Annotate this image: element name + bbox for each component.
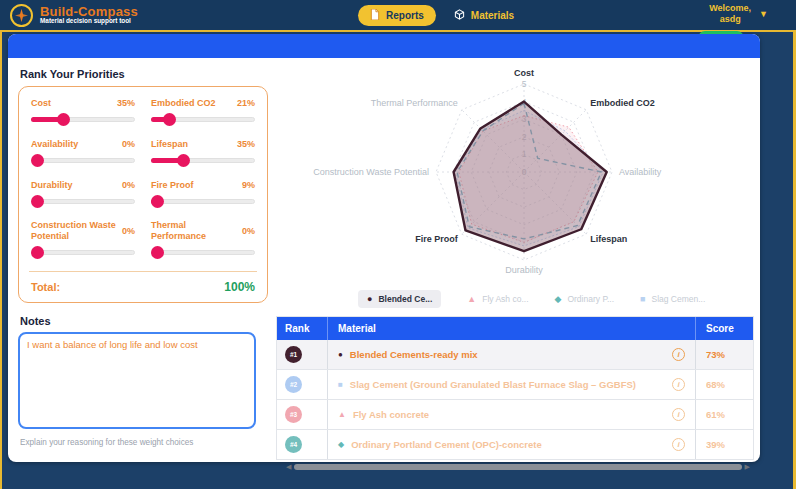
thermal-performance-slider[interactable] [151, 246, 255, 259]
square-marker-icon: ■ [640, 295, 645, 304]
divider [29, 271, 257, 272]
square-marker-icon: ■ [338, 380, 343, 389]
material-name: Blended Cements-ready mix [350, 349, 665, 360]
circle-marker-icon: ● [338, 350, 343, 359]
svg-text:Construction Waste Potential: Construction Waste Potential [313, 167, 429, 177]
svg-text:Thermal Performance: Thermal Performance [371, 98, 458, 108]
durability-slider[interactable] [31, 195, 135, 208]
triangle-marker-icon: ▲ [338, 410, 346, 419]
app-subtitle: Material decision support tool [40, 18, 138, 25]
triangle-marker-icon: ▲ [467, 295, 476, 304]
svg-text:Fire Proof: Fire Proof [415, 234, 459, 244]
availability-slider[interactable] [31, 154, 135, 167]
notes-title: Notes [20, 315, 268, 327]
table-row[interactable]: #3 ▲ Fly Ash concrete i 61% [277, 399, 753, 429]
content-card: Rank Your Priorities Cost35% Embodied CO… [8, 34, 760, 462]
material-name: Fly Ash concrete [353, 409, 665, 420]
rank-badge: #3 [285, 406, 302, 423]
ranking-table: Rank Material Score #1 ● Blended Cements… [276, 316, 754, 460]
scroll-right-icon[interactable]: ▶ [745, 463, 750, 470]
svg-text:Embodied CO2: Embodied CO2 [590, 98, 655, 108]
slider-thumb[interactable] [31, 195, 44, 208]
info-icon[interactable]: i [672, 378, 685, 391]
horizontal-scrollbar[interactable]: ◀ ▶ [276, 460, 754, 470]
slider-availability: Availability0% [31, 138, 135, 167]
svg-text:Cost: Cost [514, 68, 534, 78]
legend-item-slag[interactable]: ■ Slag Cemen... [640, 294, 705, 304]
material-name: Slag Cement (Ground Granulated Blast Fur… [350, 379, 665, 390]
fire-proof-slider[interactable] [151, 195, 255, 208]
slider-thumb[interactable] [177, 154, 190, 167]
scrollbar-thumb[interactable] [294, 464, 741, 470]
score-value: 61% [706, 409, 725, 420]
score-value: 73% [706, 349, 725, 360]
slider-construction-waste: Construction Waste Potential0% [31, 220, 135, 259]
table-row[interactable]: #1 ● Blended Cements-ready mix i 73% [277, 340, 753, 369]
user-menu[interactable]: Welcome,asdg ▼ [709, 3, 768, 26]
slider-thermal-performance: Thermal Performance0% [151, 220, 255, 259]
construction-waste-slider[interactable] [31, 246, 135, 259]
table-row[interactable]: #4 ◆ Ordinary Portland Cement (OPC)-conc… [277, 429, 753, 459]
slider-thumb[interactable] [151, 195, 164, 208]
info-icon[interactable]: i [672, 348, 685, 361]
svg-text:5: 5 [522, 79, 527, 89]
svg-text:Lifespan: Lifespan [590, 234, 627, 244]
cost-slider[interactable] [31, 113, 135, 126]
diamond-marker-icon: ◆ [555, 295, 562, 304]
table-header: Rank Material Score [277, 317, 753, 340]
material-name: Ordinary Portland Cement (OPC)-concrete [351, 439, 665, 450]
materials-nav-item[interactable]: Materials [454, 9, 514, 22]
priorities-panel: Cost35% Embodied CO221% Availability0% [18, 86, 268, 303]
score-value: 68% [706, 379, 725, 390]
app-header: Build-Compass Material decision support … [0, 0, 796, 30]
slider-thumb[interactable] [57, 113, 70, 126]
chart-legend: ● Blended Ce... ▲ Fly Ash co... ◆ Ordina… [276, 288, 754, 310]
rank-badge: #4 [285, 436, 302, 453]
slider-lifespan: Lifespan35% [151, 138, 255, 167]
info-icon[interactable]: i [672, 438, 685, 451]
slider-thumb[interactable] [163, 113, 176, 126]
legend-item-blended[interactable]: ● Blended Ce... [358, 290, 441, 308]
main-nav: Reports Materials [358, 5, 514, 26]
circle-marker-icon: ● [367, 295, 372, 304]
notes-input[interactable]: I want a balance of long life and low co… [18, 332, 256, 429]
slider-thumb[interactable] [31, 154, 44, 167]
page-frame: Rank Your Priorities Cost35% Embodied CO… [0, 30, 796, 489]
svg-text:Durability: Durability [505, 265, 543, 275]
lifespan-slider[interactable] [151, 154, 255, 167]
notes-hint: Explain your reasoning for these weight … [20, 438, 268, 447]
total-label: Total: [31, 281, 60, 293]
slider-fire-proof: Fire Proof9% [151, 179, 255, 208]
table-row[interactable]: #2 ■ Slag Cement (Ground Granulated Blas… [277, 369, 753, 399]
app-title: Build-Compass [40, 5, 138, 19]
compass-logo-icon [10, 4, 33, 27]
diamond-marker-icon: ◆ [338, 440, 344, 449]
scroll-left-icon[interactable]: ◀ [286, 463, 291, 470]
document-icon [370, 9, 380, 22]
info-icon[interactable]: i [672, 408, 685, 421]
radar-chart: 012345CostEmbodied CO2AvailabilityLifesp… [276, 60, 754, 288]
brand: Build-Compass Material decision support … [10, 4, 138, 27]
slider-thumb[interactable] [151, 246, 164, 259]
legend-item-ordinary-portland[interactable]: ◆ Ordinary P... [555, 294, 615, 304]
legend-item-fly-ash[interactable]: ▲ Fly Ash co... [467, 294, 528, 304]
reports-button[interactable]: Reports [358, 5, 436, 26]
score-value: 39% [706, 439, 725, 450]
slider-durability: Durability0% [31, 179, 135, 208]
welcome-text: Welcome,asdg [709, 3, 751, 26]
top-blue-bar [8, 34, 760, 58]
cube-icon [454, 9, 465, 22]
slider-embodied-co2: Embodied CO221% [151, 97, 255, 126]
chevron-down-icon: ▼ [759, 9, 768, 20]
rank-badge: #1 [285, 346, 302, 363]
slider-thumb[interactable] [31, 246, 44, 259]
embodied-co2-slider[interactable] [151, 113, 255, 126]
svg-text:Availability: Availability [619, 167, 662, 177]
slider-cost: Cost35% [31, 97, 135, 126]
rank-badge: #2 [285, 376, 302, 393]
total-value: 100% [224, 280, 255, 294]
priorities-title: Rank Your Priorities [20, 68, 268, 80]
